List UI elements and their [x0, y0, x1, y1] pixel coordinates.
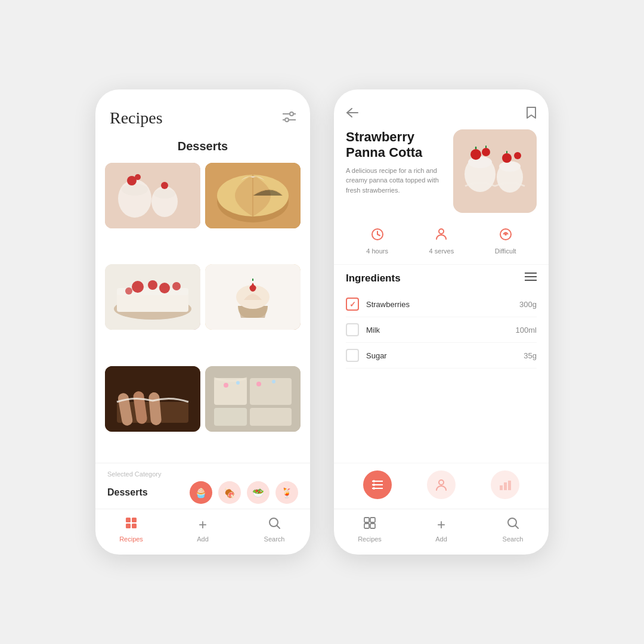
recipe-card-3[interactable] — [105, 264, 200, 330]
section-title: Desserts — [95, 135, 310, 163]
right-search-nav-label: Search — [503, 535, 524, 543]
recipe-card-1[interactable] — [105, 163, 200, 228]
left-header: Recipes — [95, 89, 310, 135]
svg-rect-73 — [500, 485, 503, 490]
category-icon-drinks[interactable]: 🍹 — [275, 481, 298, 504]
ingredients-header: Ingredients — [346, 272, 537, 284]
svg-rect-79 — [370, 524, 375, 528]
right-recipes-nav-icon — [363, 516, 376, 533]
right-bottom-nav: Recipes + Add Search — [334, 509, 549, 555]
right-add-nav-icon: + — [437, 516, 445, 533]
back-button[interactable] — [346, 107, 359, 121]
stat-difficulty: Difficult — [495, 227, 516, 255]
nav-item-recipes[interactable]: Recipes — [95, 516, 167, 543]
svg-point-20 — [148, 280, 157, 290]
svg-rect-35 — [250, 408, 292, 426]
svg-rect-43 — [132, 524, 137, 528]
svg-rect-76 — [364, 518, 369, 522]
svg-rect-78 — [364, 524, 369, 528]
svg-point-55 — [514, 152, 521, 159]
recipe-title: Strawberry Panna Cotta — [346, 129, 446, 161]
search-nav-label: Search — [264, 535, 285, 543]
ingredient-name-strawberries: Strawberries — [366, 300, 512, 309]
ingredient-checkbox-milk[interactable] — [346, 323, 359, 336]
svg-point-39 — [272, 380, 275, 383]
ingredient-row-strawberries[interactable]: Strawberries 300g — [346, 292, 537, 317]
filter-icon[interactable] — [283, 112, 296, 125]
right-nav-item-recipes[interactable]: Recipes — [334, 516, 405, 543]
ingredients-section: Ingredients Strawberries 300g — [334, 265, 549, 463]
recipe-card-5[interactable] — [105, 366, 200, 432]
svg-rect-40 — [126, 518, 131, 522]
recipes-nav-label: Recipes — [119, 535, 143, 543]
svg-rect-74 — [504, 482, 507, 490]
ingredient-name-sugar: Sugar — [366, 351, 516, 360]
recipe-image — [453, 129, 537, 213]
category-icon-salad[interactable]: 🥗 — [247, 481, 270, 504]
svg-point-69 — [373, 480, 375, 482]
ingredient-amount-milk: 100ml — [516, 326, 537, 335]
svg-rect-32 — [214, 378, 247, 405]
recipes-nav-icon — [125, 516, 138, 533]
svg-point-3 — [285, 118, 289, 122]
svg-line-58 — [377, 234, 380, 236]
stat-serves: 4 serves — [429, 227, 454, 255]
svg-rect-42 — [126, 524, 131, 528]
person-icon — [434, 227, 448, 245]
detail-text: Strawberry Panna Cotta A delicious recip… — [346, 129, 446, 195]
ingredient-amount-sugar: 35g — [524, 351, 537, 360]
detail-tab-chart[interactable] — [491, 470, 519, 499]
ingredients-title: Ingredients — [346, 273, 401, 284]
svg-point-59 — [439, 229, 444, 234]
recipe-card-2[interactable] — [205, 163, 301, 228]
ingredient-name-milk: Milk — [366, 326, 509, 335]
difficulty-icon — [499, 227, 513, 245]
svg-point-21 — [159, 283, 170, 293]
right-search-nav-icon — [506, 516, 519, 533]
right-nav-item-add[interactable]: + Add — [405, 516, 477, 543]
category-label: Selected Category — [107, 470, 298, 478]
ingredient-amount-strawberries: 300g — [519, 300, 537, 309]
svg-point-1 — [290, 112, 293, 116]
category-section: Selected Category Desserts 🧁 🍖 🥗 🍹 — [95, 463, 310, 509]
left-phone: Recipes Desserts — [95, 89, 310, 555]
bookmark-button[interactable] — [526, 106, 537, 122]
detail-tab-ingredients[interactable] — [363, 470, 392, 499]
svg-rect-77 — [370, 518, 375, 522]
ingredient-checkbox-sugar[interactable] — [346, 349, 359, 362]
left-bottom-nav: Recipes + Add Search — [95, 509, 310, 555]
difficulty-value: Difficult — [495, 247, 516, 255]
svg-point-37 — [236, 381, 240, 385]
category-icon-desserts[interactable]: 🧁 — [190, 481, 212, 504]
svg-point-53 — [482, 148, 490, 156]
svg-line-81 — [516, 526, 519, 529]
svg-point-11 — [135, 174, 141, 180]
detail-header — [334, 89, 549, 129]
search-nav-icon — [268, 516, 281, 533]
list-icon[interactable] — [525, 272, 537, 284]
serves-value: 4 serves — [429, 247, 454, 255]
svg-point-6 — [122, 184, 148, 196]
svg-rect-34 — [214, 408, 247, 426]
selected-category-name: Desserts — [107, 487, 184, 498]
detail-top: Strawberry Panna Cotta A delicious recip… — [334, 129, 549, 222]
nav-item-add[interactable]: + Add — [167, 516, 239, 543]
recipe-card-4[interactable] — [205, 264, 301, 330]
svg-point-70 — [373, 484, 375, 486]
right-recipes-nav-label: Recipes — [358, 535, 382, 543]
ingredient-row-sugar[interactable]: Sugar 35g — [346, 343, 537, 369]
detail-bottom-tabs — [334, 463, 549, 509]
app-title: Recipes — [110, 109, 163, 128]
right-nav-item-search[interactable]: Search — [477, 516, 549, 543]
recipe-description: A delicious recipe for a rich and creamy… — [346, 166, 446, 196]
nav-item-search[interactable]: Search — [239, 516, 310, 543]
ingredient-row-milk[interactable]: Milk 100ml — [346, 317, 537, 343]
svg-rect-33 — [250, 378, 292, 405]
svg-point-72 — [439, 480, 444, 485]
svg-line-45 — [277, 526, 280, 529]
recipe-card-6[interactable] — [205, 366, 301, 432]
category-icon-meat[interactable]: 🍖 — [218, 481, 241, 504]
ingredient-checkbox-strawberries[interactable] — [346, 298, 359, 311]
detail-tab-person[interactable] — [427, 470, 456, 499]
svg-point-10 — [161, 182, 168, 189]
